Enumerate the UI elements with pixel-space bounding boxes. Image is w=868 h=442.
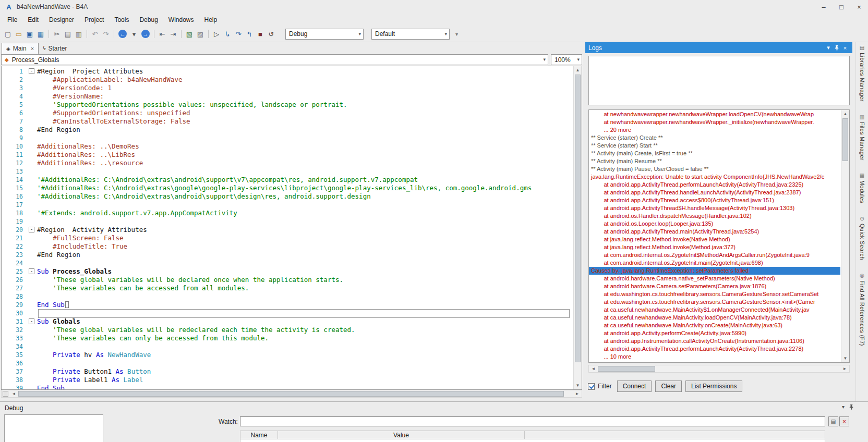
editor-vertical-scrollbar[interactable]: ▲ ▼ xyxy=(573,66,582,389)
code-line[interactable]: 20-#Region Activity Attributes xyxy=(2,226,573,234)
log-line[interactable]: at java.lang.reflect.Method.invoke(Metho… xyxy=(589,243,840,251)
log-line[interactable]: at android.app.ActivityThread.main(Activ… xyxy=(589,228,840,236)
code-line[interactable]: 38 Private Label1 As Label xyxy=(2,376,573,384)
code-line[interactable]: 23#End Region xyxy=(2,251,573,259)
close-tab-icon[interactable]: × xyxy=(31,45,34,52)
splitter-grip[interactable] xyxy=(3,391,8,397)
navigate-forward-icon[interactable]: → xyxy=(141,30,150,38)
log-line[interactable]: at android.app.ActivityThread.performLau… xyxy=(589,181,840,189)
code-line[interactable]: 37 Private Button1 As Button xyxy=(2,367,573,376)
log-line[interactable]: ** Service (starter) Create ** xyxy=(589,134,840,142)
menu-project[interactable]: Project xyxy=(79,15,109,25)
code-line[interactable]: 13 xyxy=(2,167,573,176)
watch-list-button[interactable]: ▤ xyxy=(828,416,838,426)
log-line[interactable]: at android.os.Looper.loop(Looper.java:13… xyxy=(589,220,840,228)
log-line[interactable]: ** Activity (main) Pause, UserClosed = f… xyxy=(589,165,840,173)
sidebar-tab-find-all-references-f7[interactable]: ◎Find All References (F7) xyxy=(859,273,865,346)
code-line[interactable]: 4 #VersionName: xyxy=(2,92,573,101)
redo-icon[interactable]: ↷ xyxy=(101,29,111,39)
paste-icon[interactable]: ▥ xyxy=(74,29,84,39)
log-line[interactable]: at newhandwavewrapper.newhandwaveWrapper… xyxy=(589,118,840,126)
scroll-up-icon[interactable]: ▲ xyxy=(841,110,849,118)
code-line[interactable]: 3 #VersionCode: 1 xyxy=(2,84,573,92)
log-line[interactable]: at edu.washington.cs.touchfreelibrary.se… xyxy=(589,290,840,298)
code-line[interactable]: 36 xyxy=(2,359,573,367)
outdent-icon[interactable]: ⇤ xyxy=(157,29,167,39)
maximize-button[interactable]: □ xyxy=(833,1,850,13)
code-line[interactable]: 26 'These global variables will be decla… xyxy=(2,276,573,284)
scroll-down-icon[interactable]: ▼ xyxy=(841,354,849,362)
code-line[interactable]: 34 xyxy=(2,342,573,351)
stop-icon[interactable]: ■ xyxy=(255,29,266,39)
sidebar-tab-quick-search[interactable]: ⊙Quick Search xyxy=(859,216,865,260)
code-line[interactable]: 33 'These variables can only be accessed… xyxy=(2,334,573,342)
build-profile-select[interactable]: Default ▾ xyxy=(371,29,450,40)
navigate-history-icon[interactable]: ▾ xyxy=(129,29,139,39)
zoom-select[interactable]: 100% ▾ xyxy=(551,54,582,65)
code-line[interactable]: 30 xyxy=(2,309,573,317)
code-line[interactable]: 1-#Region Project Attributes xyxy=(2,67,573,76)
logs-close-icon[interactable]: × xyxy=(841,45,849,51)
code-line[interactable]: 28 xyxy=(2,292,573,301)
rebuild-icon[interactable]: ↺ xyxy=(266,29,276,39)
collapse-region-icon[interactable]: - xyxy=(29,268,34,274)
undo-icon[interactable]: ↶ xyxy=(90,29,100,39)
build-configuration-select[interactable]: Debug ▾ xyxy=(285,29,364,40)
code-line[interactable]: 21 #FullScreen: False xyxy=(2,234,573,242)
comment-icon[interactable]: ▧ xyxy=(184,29,195,39)
minimize-button[interactable]: – xyxy=(815,1,833,13)
code-line[interactable]: 27 'These variables can be accessed from… xyxy=(2,284,573,292)
code-line[interactable]: 14'#AdditionalRes: C:\Android\extras\and… xyxy=(2,176,573,184)
collapse-region-icon[interactable]: - xyxy=(29,68,34,74)
scrollbar-thumb[interactable] xyxy=(575,75,581,362)
log-line[interactable]: ** Activity (main) Create, isFirst = tru… xyxy=(589,150,840,157)
menu-edit[interactable]: Edit xyxy=(22,15,44,25)
code-editor[interactable]: 1-#Region Project Attributes2 #Applicati… xyxy=(1,66,582,390)
step-out-icon[interactable]: ↰ xyxy=(244,29,255,39)
log-line[interactable]: at com.android.internal.os.ZygoteInit$Me… xyxy=(589,251,840,259)
scroll-down-icon[interactable]: ▼ xyxy=(574,382,582,389)
log-line[interactable]: at ca.useful.newhandwave.MainActivity$1.… xyxy=(589,306,840,314)
code-line[interactable]: 22 #IncludeTitle: True xyxy=(2,242,573,251)
log-line[interactable]: at ca.useful.newhandwave.MainActivity.on… xyxy=(589,322,840,329)
log-line[interactable]: ... 20 more xyxy=(589,126,840,134)
log-line[interactable]: at android.app.ActivityThread$H.handleMe… xyxy=(589,204,840,212)
code-line[interactable]: 10#AdditionalRes: ..\DemoRes xyxy=(2,142,573,151)
code-line[interactable]: 31-Sub Globals xyxy=(2,317,573,326)
log-line[interactable]: at edu.washington.cs.touchfreelibrary.se… xyxy=(589,298,840,306)
save-all-icon[interactable]: ▦ xyxy=(35,29,46,39)
new-project-icon[interactable]: ▢ xyxy=(3,29,13,39)
code-line[interactable]: 39End Sub xyxy=(2,384,573,389)
watch-input[interactable] xyxy=(240,416,825,426)
tab-starter[interactable]: ϟStarter xyxy=(39,43,71,54)
collapse-region-icon[interactable]: - xyxy=(29,318,34,324)
logs-list-permissions-button[interactable]: List Permissions xyxy=(685,380,742,392)
indent-icon[interactable]: ⇥ xyxy=(168,29,178,39)
window-position-icon[interactable]: ▾ xyxy=(824,44,833,51)
code-line[interactable]: 5 'SupportedOrientations possible values… xyxy=(2,101,573,109)
watch-clear-button[interactable]: × xyxy=(839,416,849,426)
sidebar-tab-files-manager[interactable]: ▥Files Manager xyxy=(859,114,865,161)
collapse-region-icon[interactable]: - xyxy=(29,227,34,232)
code-line[interactable]: 16'#AdditionalRes: C:\Android\extras\and… xyxy=(2,192,573,201)
navigate-back-icon[interactable]: ← xyxy=(118,30,127,38)
logs-horizontal-scrollbar[interactable]: ◄ ► xyxy=(588,365,850,373)
log-line[interactable]: ** Activity (main) Resume ** xyxy=(589,157,840,165)
log-line[interactable]: ** Service (starter) Start ** xyxy=(589,142,840,150)
log-line[interactable]: at android.app.ActivityThread.handleLaun… xyxy=(589,189,840,197)
open-project-icon[interactable]: ▭ xyxy=(14,29,24,39)
pin-icon[interactable] xyxy=(849,404,854,410)
code-line[interactable]: 19 xyxy=(2,217,573,226)
code-line[interactable]: 6 #SupportedOrientations: unspecified xyxy=(2,109,573,117)
scrollbar-thumb[interactable] xyxy=(598,366,655,372)
scroll-right-icon[interactable]: ► xyxy=(841,365,849,372)
run-icon[interactable]: ▷ xyxy=(211,29,222,39)
log-line[interactable]: at android.app.Instrumentation.callActiv… xyxy=(589,337,840,345)
code-line[interactable]: 24 xyxy=(2,259,573,267)
menu-file[interactable]: File xyxy=(2,15,22,25)
menu-help[interactable]: Help xyxy=(199,15,223,25)
log-line[interactable]: at com.android.internal.os.ZygoteInit.ma… xyxy=(589,259,840,267)
menu-windows[interactable]: Windows xyxy=(163,15,199,25)
sidebar-tab-modules[interactable]: ▦Modules xyxy=(859,173,865,203)
code-line[interactable]: 29End Sub xyxy=(2,301,573,309)
